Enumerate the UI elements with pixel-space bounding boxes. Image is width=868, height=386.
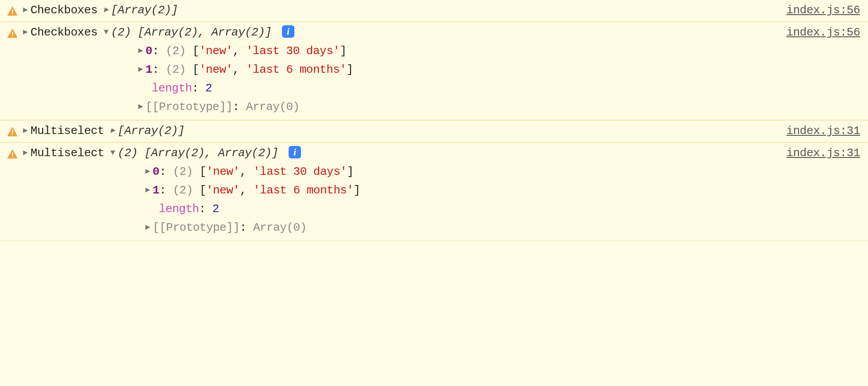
length-property: length: 2 <box>138 79 860 98</box>
array-item[interactable]: 0: (2) ['new', 'last 30 days'] <box>145 162 860 181</box>
warning-icon <box>6 126 19 138</box>
expand-arrow-icon[interactable] <box>138 63 143 76</box>
log-label: Checkboxes <box>31 4 98 17</box>
expand-arrow-icon[interactable] <box>110 124 115 138</box>
console-warning-row: Multiselect (2) [Array(2), Array(2)] i i… <box>0 142 868 241</box>
object-preview[interactable]: (2) [Array(2), Array(2)] i <box>104 26 294 39</box>
collapse-arrow-icon[interactable] <box>110 146 115 160</box>
source-link[interactable]: index.js:56 <box>786 26 860 39</box>
warning-icon <box>6 28 19 40</box>
svg-rect-3 <box>12 35 13 36</box>
object-preview[interactable]: [Array(2)] <box>110 124 184 138</box>
log-label: Multiselect <box>31 146 104 160</box>
array-item[interactable]: 1: (2) ['new', 'last 6 months'] <box>138 60 860 79</box>
svg-rect-7 <box>12 156 13 157</box>
info-icon[interactable]: i <box>282 25 294 38</box>
svg-rect-0 <box>12 9 13 12</box>
expand-arrow-icon[interactable] <box>23 4 28 17</box>
console-warning-row: Checkboxes (2) [Array(2), Array(2)] i in… <box>0 22 868 120</box>
source-link[interactable]: index.js:31 <box>786 146 860 160</box>
expand-arrow-icon[interactable] <box>145 221 150 234</box>
expand-arrow-icon[interactable] <box>23 26 28 39</box>
warning-icon <box>6 148 19 161</box>
expand-arrow-icon[interactable] <box>145 165 150 178</box>
expand-arrow-icon[interactable] <box>138 100 143 114</box>
collapse-arrow-icon[interactable] <box>104 26 108 39</box>
svg-rect-2 <box>12 32 13 35</box>
array-item[interactable]: 0: (2) ['new', 'last 30 days'] <box>138 42 860 60</box>
warning-icon <box>6 5 19 18</box>
object-preview[interactable]: (2) [Array(2), Array(2)] i <box>110 146 301 160</box>
svg-rect-1 <box>12 13 13 14</box>
svg-rect-6 <box>12 152 13 155</box>
expand-arrow-icon[interactable] <box>104 4 108 17</box>
prototype-property[interactable]: [[Prototype]]: Array(0) <box>145 218 860 237</box>
source-link[interactable]: index.js:56 <box>786 4 860 17</box>
array-item[interactable]: 1: (2) ['new', 'last 6 months'] <box>145 181 860 200</box>
console-warning-row: Checkboxes [Array(2)] index.js:56 <box>0 0 868 22</box>
expand-arrow-icon[interactable] <box>23 124 28 138</box>
info-icon[interactable]: i <box>289 146 301 158</box>
log-label: Checkboxes <box>31 26 98 39</box>
prototype-property[interactable]: [[Prototype]]: Array(0) <box>138 98 860 116</box>
console-warning-row: Multiselect [Array(2)] index.js:31 <box>0 120 868 142</box>
object-preview[interactable]: [Array(2)] <box>104 4 178 17</box>
expanded-properties: 0: (2) ['new', 'last 30 days'] 1: (2) ['… <box>145 162 860 237</box>
svg-rect-4 <box>12 130 13 133</box>
source-link[interactable]: index.js:31 <box>786 124 860 138</box>
length-property: length: 2 <box>145 200 860 218</box>
expanded-properties: 0: (2) ['new', 'last 30 days'] 1: (2) ['… <box>138 42 860 116</box>
svg-rect-5 <box>12 134 13 135</box>
log-label: Multiselect <box>31 124 104 138</box>
expand-arrow-icon[interactable] <box>145 184 150 197</box>
expand-arrow-icon[interactable] <box>138 44 143 58</box>
expand-arrow-icon[interactable] <box>23 146 28 160</box>
